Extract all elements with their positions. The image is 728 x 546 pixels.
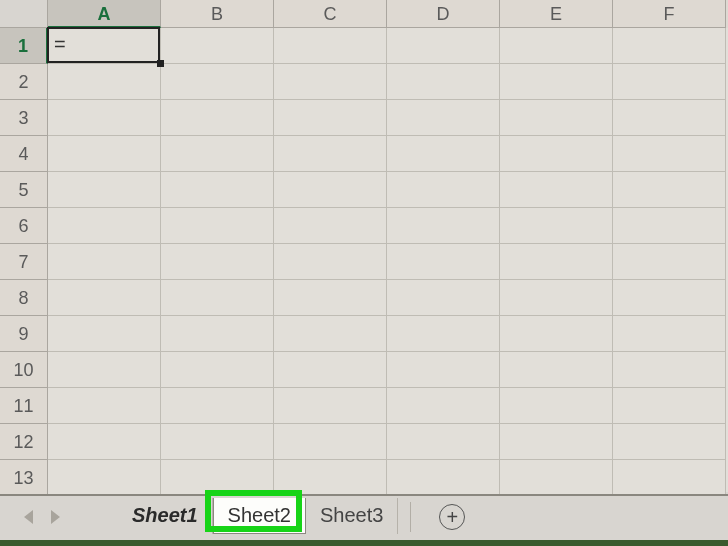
row-header-7[interactable]: 7 bbox=[0, 244, 48, 280]
cell-E13[interactable] bbox=[500, 460, 613, 496]
cell-B12[interactable] bbox=[161, 424, 274, 460]
cell-A12[interactable] bbox=[48, 424, 161, 460]
cell-F10[interactable] bbox=[613, 352, 726, 388]
cell-E9[interactable] bbox=[500, 316, 613, 352]
cell-D1[interactable] bbox=[387, 28, 500, 64]
cell-E10[interactable] bbox=[500, 352, 613, 388]
cell-E6[interactable] bbox=[500, 208, 613, 244]
cell-F5[interactable] bbox=[613, 172, 726, 208]
cell-F11[interactable] bbox=[613, 388, 726, 424]
add-sheet-button[interactable]: + bbox=[439, 504, 465, 530]
cell-F4[interactable] bbox=[613, 136, 726, 172]
row-header-4[interactable]: 4 bbox=[0, 136, 48, 172]
row-header-9[interactable]: 9 bbox=[0, 316, 48, 352]
cell-A11[interactable] bbox=[48, 388, 161, 424]
cell-B13[interactable] bbox=[161, 460, 274, 496]
cell-F1[interactable] bbox=[613, 28, 726, 64]
cell-B4[interactable] bbox=[161, 136, 274, 172]
cell-D6[interactable] bbox=[387, 208, 500, 244]
cell-C8[interactable] bbox=[274, 280, 387, 316]
cell-A5[interactable] bbox=[48, 172, 161, 208]
cell-D8[interactable] bbox=[387, 280, 500, 316]
cell-C3[interactable] bbox=[274, 100, 387, 136]
cell-E8[interactable] bbox=[500, 280, 613, 316]
cell-B10[interactable] bbox=[161, 352, 274, 388]
cell-F9[interactable] bbox=[613, 316, 726, 352]
cell-C12[interactable] bbox=[274, 424, 387, 460]
cell-B7[interactable] bbox=[161, 244, 274, 280]
cell-A1[interactable]: = bbox=[48, 28, 161, 64]
sheet-tab-sheet3[interactable]: Sheet3 bbox=[306, 498, 398, 534]
cell-A10[interactable] bbox=[48, 352, 161, 388]
cell-D7[interactable] bbox=[387, 244, 500, 280]
cell-A6[interactable] bbox=[48, 208, 161, 244]
row-header-5[interactable]: 5 bbox=[0, 172, 48, 208]
cell-C10[interactable] bbox=[274, 352, 387, 388]
cell-D13[interactable] bbox=[387, 460, 500, 496]
row-header-2[interactable]: 2 bbox=[0, 64, 48, 100]
cell-C7[interactable] bbox=[274, 244, 387, 280]
column-header-d[interactable]: D bbox=[387, 0, 500, 28]
cell-D12[interactable] bbox=[387, 424, 500, 460]
active-cell-content[interactable]: = bbox=[48, 28, 160, 61]
cell-D9[interactable] bbox=[387, 316, 500, 352]
cell-D5[interactable] bbox=[387, 172, 500, 208]
cell-F13[interactable] bbox=[613, 460, 726, 496]
cell-B5[interactable] bbox=[161, 172, 274, 208]
cell-E5[interactable] bbox=[500, 172, 613, 208]
cell-A3[interactable] bbox=[48, 100, 161, 136]
cell-A13[interactable] bbox=[48, 460, 161, 496]
row-header-8[interactable]: 8 bbox=[0, 280, 48, 316]
row-header-3[interactable]: 3 bbox=[0, 100, 48, 136]
row-header-13[interactable]: 13 bbox=[0, 460, 48, 496]
cell-C9[interactable] bbox=[274, 316, 387, 352]
cell-B1[interactable] bbox=[161, 28, 274, 64]
cell-A7[interactable] bbox=[48, 244, 161, 280]
cell-D11[interactable] bbox=[387, 388, 500, 424]
cell-C4[interactable] bbox=[274, 136, 387, 172]
column-header-f[interactable]: F bbox=[613, 0, 726, 28]
cell-B6[interactable] bbox=[161, 208, 274, 244]
cell-A9[interactable] bbox=[48, 316, 161, 352]
cell-E2[interactable] bbox=[500, 64, 613, 100]
cell-C5[interactable] bbox=[274, 172, 387, 208]
cell-C1[interactable] bbox=[274, 28, 387, 64]
column-header-b[interactable]: B bbox=[161, 0, 274, 28]
cell-A2[interactable] bbox=[48, 64, 161, 100]
cell-C11[interactable] bbox=[274, 388, 387, 424]
row-header-10[interactable]: 10 bbox=[0, 352, 48, 388]
cell-F7[interactable] bbox=[613, 244, 726, 280]
cell-D2[interactable] bbox=[387, 64, 500, 100]
row-header-6[interactable]: 6 bbox=[0, 208, 48, 244]
row-header-12[interactable]: 12 bbox=[0, 424, 48, 460]
row-header-11[interactable]: 11 bbox=[0, 388, 48, 424]
cell-B3[interactable] bbox=[161, 100, 274, 136]
cell-E7[interactable] bbox=[500, 244, 613, 280]
cell-B2[interactable] bbox=[161, 64, 274, 100]
column-header-a[interactable]: A bbox=[48, 0, 161, 28]
cells-region[interactable]: = bbox=[48, 28, 728, 492]
fill-handle[interactable] bbox=[157, 60, 164, 67]
sheet-tab-sheet2[interactable]: Sheet2 bbox=[213, 498, 306, 534]
select-all-corner[interactable] bbox=[0, 0, 48, 28]
cell-E3[interactable] bbox=[500, 100, 613, 136]
cell-D4[interactable] bbox=[387, 136, 500, 172]
cell-F3[interactable] bbox=[613, 100, 726, 136]
cell-F6[interactable] bbox=[613, 208, 726, 244]
cell-B11[interactable] bbox=[161, 388, 274, 424]
column-header-e[interactable]: E bbox=[500, 0, 613, 28]
cell-B9[interactable] bbox=[161, 316, 274, 352]
cell-F2[interactable] bbox=[613, 64, 726, 100]
cell-E11[interactable] bbox=[500, 388, 613, 424]
tab-scroll-right-icon[interactable] bbox=[51, 510, 60, 524]
cell-E12[interactable] bbox=[500, 424, 613, 460]
sheet-tab-sheet1[interactable]: Sheet1 bbox=[118, 498, 213, 534]
cell-F8[interactable] bbox=[613, 280, 726, 316]
cell-E1[interactable] bbox=[500, 28, 613, 64]
cell-D3[interactable] bbox=[387, 100, 500, 136]
tab-scroll-left-icon[interactable] bbox=[24, 510, 33, 524]
row-header-1[interactable]: 1 bbox=[0, 28, 48, 64]
column-header-c[interactable]: C bbox=[274, 0, 387, 28]
cell-A4[interactable] bbox=[48, 136, 161, 172]
cell-B8[interactable] bbox=[161, 280, 274, 316]
